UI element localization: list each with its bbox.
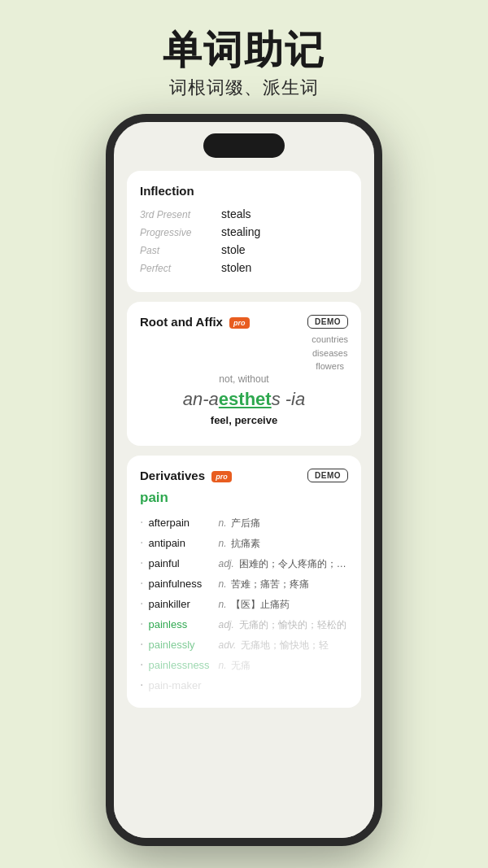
- inflection-row-1: 3rd Present steals: [140, 207, 348, 220]
- root-affix-title: Root and Affix pro: [140, 315, 250, 329]
- inflection-value-1: steals: [221, 207, 251, 220]
- inflection-row-2: Progressive stealing: [140, 225, 348, 238]
- deriv-def-2: 困难的；令人疼痛的；不愉快...: [239, 557, 348, 571]
- deriv-pos-2: adj.: [218, 558, 233, 569]
- deriv-word-0: afterpain: [148, 517, 213, 529]
- inflection-value-3: stole: [221, 243, 246, 256]
- floating-line-2: diseases: [312, 347, 348, 360]
- deriv-word-4: painkiller: [148, 598, 213, 610]
- deriv-word-1: antipain: [148, 537, 213, 549]
- derivatives-root-word: pain: [140, 490, 348, 506]
- derivatives-card: Derivatives pro DEMO pain afterpain n. 产…: [127, 456, 361, 708]
- inflection-card: Inflection 3rd Present steals Progressiv…: [127, 171, 361, 292]
- deriv-pos-7: n.: [218, 660, 226, 671]
- deriv-item-3: painfulness n. 苦难；痛苦；疼痛: [140, 574, 348, 594]
- root-prefix: an-: [183, 389, 209, 409]
- pro-badge-deriv: pro: [211, 471, 232, 482]
- floating-line-1: countries: [312, 333, 348, 347]
- phone-content: Inflection 3rd Present steals Progressiv…: [114, 122, 374, 838]
- inflection-label-3: Past: [140, 245, 213, 256]
- deriv-word-6: painlessly: [148, 639, 213, 651]
- deriv-pos-4: n.: [218, 599, 226, 610]
- deriv-pos-6: adv.: [218, 639, 236, 651]
- deriv-def-3: 苦难；痛苦；疼痛: [231, 578, 348, 591]
- inflection-label-4: Perfect: [140, 263, 213, 274]
- deriv-word-3: painfulness: [148, 578, 213, 590]
- deriv-item-0: afterpain n. 产后痛: [140, 513, 348, 533]
- inflection-row-4: Perfect stolen: [140, 261, 348, 274]
- deriv-def-0: 产后痛: [231, 517, 348, 530]
- root-affix-content: countries diseases flowers not, without …: [140, 329, 348, 433]
- deriv-item-5: painless adj. 无痛的；愉快的；轻松的: [140, 614, 348, 635]
- inflection-title: Inflection: [140, 184, 348, 198]
- page-subtitle: 词根词缀、派生词: [0, 76, 488, 100]
- root-meaning: feel, perceive: [140, 414, 348, 426]
- deriv-pos-3: n.: [218, 578, 226, 590]
- deriv-word-7: painlessness: [148, 659, 213, 671]
- demo-badge-root[interactable]: DEMO: [307, 315, 348, 329]
- deriv-word-5: painless: [148, 618, 213, 630]
- deriv-item-6: painlessly adv. 无痛地；愉快地；轻: [140, 635, 348, 655]
- page-title: 单词助记: [0, 29, 488, 72]
- root-floating-lines: countries diseases flowers: [312, 333, 348, 373]
- dynamic-island: [203, 133, 285, 158]
- phone-frame: Inflection 3rd Present steals Progressiv…: [106, 114, 382, 846]
- root-root: esthet: [219, 389, 272, 409]
- inflection-row-3: Past stole: [140, 243, 348, 256]
- inflection-label-2: Progressive: [140, 227, 213, 238]
- inflection-value-2: stealing: [221, 225, 260, 238]
- deriv-item-1: antipain n. 抗痛素: [140, 533, 348, 553]
- inflection-value-4: stolen: [221, 261, 251, 274]
- derivatives-title: Derivatives pro: [140, 469, 232, 482]
- demo-badge-deriv[interactable]: DEMO: [307, 469, 348, 482]
- inflection-label-1: 3rd Present: [140, 209, 213, 220]
- deriv-pos-1: n.: [218, 538, 226, 549]
- root-article: a: [209, 389, 219, 409]
- root-suffix: s -ia: [272, 389, 306, 409]
- fade-overlay: [114, 757, 374, 838]
- deriv-word-8: pain-maker: [148, 679, 213, 691]
- root-word-display: an-aesthets -ia: [140, 388, 348, 412]
- deriv-word-2: painful: [148, 557, 213, 569]
- deriv-def-6: 无痛地；愉快地；轻: [241, 639, 348, 652]
- pro-badge-root: pro: [229, 317, 250, 329]
- deriv-pos-0: n.: [218, 517, 226, 529]
- deriv-item-2: painful adj. 困难的；令人疼痛的；不愉快...: [140, 553, 348, 574]
- deriv-pos-5: adj.: [218, 619, 233, 630]
- deriv-def-5: 无痛的；愉快的；轻松的: [239, 618, 348, 632]
- deriv-def-4: 【医】止痛药: [231, 598, 348, 612]
- deriv-item-4: painkiller n. 【医】止痛药: [140, 594, 348, 614]
- deriv-def-7: 无痛: [231, 659, 348, 673]
- root-affix-card: Root and Affix pro DEMO countries diseas…: [127, 302, 361, 446]
- floating-line-3: flowers: [312, 360, 348, 373]
- root-not-without: not, without: [140, 373, 348, 385]
- deriv-def-1: 抗痛素: [231, 537, 348, 551]
- deriv-item-7: painlessness n. 无痛: [140, 655, 348, 675]
- deriv-item-8: pain-maker: [140, 675, 348, 695]
